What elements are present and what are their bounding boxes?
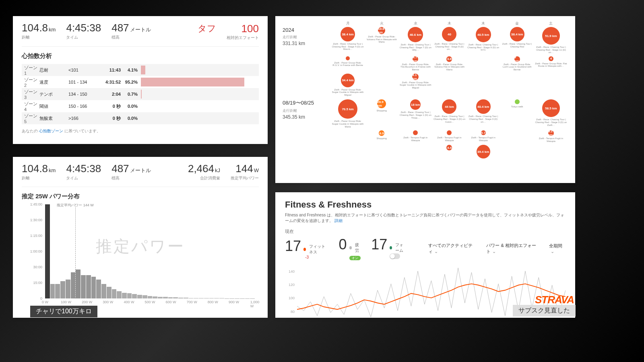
ff-y-axis: 14012010080 [285,265,296,325]
calendar-panel: 月火水木木金土 2024 走行距離 331.31 km 38.4 kmZwift… [275,16,575,183]
activity-caption: Zwift - Race: Chasing Tour | Chasing Red… [399,43,431,51]
hr-zone-table: ゾーン 1忍耐<10111:434.1%ゾーン 2速度101 - 1344:31… [22,64,259,124]
dot-icon [349,246,352,249]
hr-zone-link[interactable]: 心拍数ゾーン [39,129,63,133]
activity-caption: Zwift - Tempus Fugit in Watopia [399,136,431,142]
activity-bubble[interactable]: 4.7 km [413,56,418,62]
avg-power-label: 推定平均パワー 144 W [57,203,94,208]
activity-caption: Tokyo walk [511,105,523,108]
activity-caption: Zwift - Tempus Fugit in Watopia [433,136,465,142]
filter-metric[interactable]: パワー & 相対的エフォート [486,243,539,255]
stat-tough: タフ [198,23,216,35]
chevron-down-icon [433,249,438,254]
hr-footnote: あなたの 心拍数ゾーン に基づいています。 [22,128,259,134]
hr-zone-row: ゾーン 1忍耐<10111:434.1% [22,64,259,76]
hr-zone-row: ゾーン 3テンポ134 - 1502:040.7% [22,88,259,100]
activity-bubble[interactable]: 20.9 km [377,99,386,108]
activity-caption: Zwift - Pacer Group Ride: Sugar Cookie i… [332,120,364,128]
strava-logo: STRAVA [535,294,574,306]
activity-bubble[interactable]: 70.5 km [338,99,357,119]
stat-time: 4:45:38 タイム [66,163,101,181]
avg-power-line [75,204,76,298]
activity-caption: Zwift - Race: Chasing Tour | Chasing Red… [535,46,567,54]
stat-time: 4:45:38 タイム [66,23,101,40]
chevron-down-icon [549,249,554,254]
caption-right: サブスク見直した [513,305,576,317]
stat-distance: 104.8km 距離 [22,23,56,40]
activity-bubble[interactable]: 10.8 km [378,27,385,34]
activity-caption: Zwift - Pacer Group Ride: Loch Loop in S… [501,63,533,71]
hr-zone-row: ゾーン 2速度101 - 1344:31:5295.2% [22,76,259,88]
activity-caption: Zwift - Pacer Group Ride: Volcano Flat i… [365,35,398,43]
fitness-freshness-panel: Fitness & Freshness Fitness and Freshnes… [275,192,575,318]
activity-bubble[interactable]: 40 [442,27,456,41]
hr-analysis-panel: 104.8km 距離 4:45:38 タイム 487メートル 標高 タフ 100… [13,16,268,144]
activity-bubble[interactable]: 9 km [514,56,520,62]
activity-bubble[interactable]: 9.2 km [548,130,554,136]
calendar-row: 6.9ShoppingZwift - Tempus Fugit in Watop… [283,130,568,142]
fatigue-toggle-on[interactable]: オン [349,256,361,260]
activity-bubble[interactable]: 4 [549,56,553,61]
activity-caption: Zwift - Tempus Fugit in Watopia [535,137,567,142]
ff-fitness: 17 フィットネス -3 [285,238,328,259]
activity-caption: Zwift - Race: Chasing Tour | Chasing Red [501,43,533,48]
activity-bubble[interactable]: 34.4 km [341,74,355,87]
calendar-row: Zwift - Pacer Group Ride: R.G.V. in Fran… [283,56,568,71]
activity-bubble[interactable]: 40.6 km [408,27,423,42]
activity-bubble[interactable]: 58.5 km [542,99,560,117]
calendar-row: 08/19〜08/25 走行距離 345.35 km 70.5 kmZwift … [283,99,568,128]
hr-zone-row: ゾーン 5無酸素>1660 秒0.0% [22,112,259,124]
ff-title: Fitness & Freshness [285,200,566,210]
activity-bubble[interactable]: 3.8 [446,56,452,62]
activity-caption: Zwift - Pacer Group Ride: Volcano Flat i… [433,63,465,71]
calendar-year: 2024 [283,27,331,33]
ff-detail-link[interactable]: 詳細 [334,218,343,223]
power-distribution-chart: 推定パワー 015:0030:001:00:001:15:001:30:001:… [22,204,259,309]
activity-bubble[interactable]: 40.5 km [476,27,491,42]
dot-icon [303,248,306,251]
stat-effort: 100 相対的エフォート [227,23,259,41]
power-bars [45,204,255,298]
activity-caption: Zwift - Race: Chasing Tour | Chasing Red… [399,111,431,119]
calendar-row: 34.4 kmZwift - Pacer Group Ride: Sugar C… [283,74,568,97]
calendar-weekday-header: 月火水木木金土 [283,21,568,26]
activity-caption: Zwift - Race: Chasing Tour | Chasing Red… [332,43,364,51]
dot-icon [390,246,392,249]
activity-bubble[interactable] [447,130,452,135]
activity-bubble[interactable] [515,99,520,104]
activity-bubble[interactable]: 38.4 km [341,27,355,41]
power-panel: 104.8km 距離 4:45:38 タイム 487メートル 標高 2,464k… [13,157,268,318]
activity-bubble[interactable] [413,130,418,135]
activity-bubble[interactable]: 39.4 km [477,145,490,158]
activity-bubble[interactable]: 40.4 km [476,99,491,114]
activity-bubble[interactable]: 4.4 [446,145,452,150]
stat-distance: 104.8km 距離 [22,163,56,181]
hr-zone-row: ゾーン 4閾値150 - 1660 秒0.0% [22,100,259,112]
activity-bubble[interactable]: 38.4 km [510,27,524,41]
ff-description: Fitness and Freshness は、相対的エフォートに基づく心拍数と… [285,212,566,224]
activity-caption: Zwift - Pacer Group Ride: Sugar Cookie i… [332,88,364,97]
pw-stat-row: 104.8km 距離 4:45:38 タイム 487メートル 標高 2,464k… [22,163,259,187]
activity-bubble[interactable]: 44 km [442,99,456,114]
activity-bubble[interactable]: 9.1 km [412,74,419,80]
ff-fatigue: 0 疲労 オン [339,236,361,261]
activity-caption: Shopping [377,137,387,140]
activity-bubble[interactable]: 5.7 [481,130,486,135]
filter-activity[interactable]: すべてのアクティビティ [428,243,476,255]
stat-energy: 2,464kJ 合計消費量 [188,163,220,181]
calendar-week2-range: 08/19〜08/25 [283,99,331,107]
form-toggle[interactable] [390,253,400,259]
activity-bubble[interactable]: 51.9 km [542,27,560,45]
hr-section-title: 心拍数分析 [22,52,259,60]
activity-bubble[interactable]: 6.9 [379,130,384,136]
calendar-row: 4.439.4 km [283,145,568,158]
hr-stat-row: 104.8km 距離 4:45:38 タイム 487メートル 標高 タフ 100… [22,23,259,47]
activity-caption: Shopping [377,109,387,112]
activity-bubble[interactable]: 18 km [410,99,421,110]
ff-form: 17 フォーム [371,236,407,261]
activity-caption: Zwift - Race: Chasing Tour | Chasing Red… [535,118,567,126]
ff-now-label: 現在 [285,228,566,234]
activity-bubble[interactable] [346,56,350,60]
filter-period[interactable]: 全期間 [549,243,566,254]
chevron-down-icon [491,249,496,254]
